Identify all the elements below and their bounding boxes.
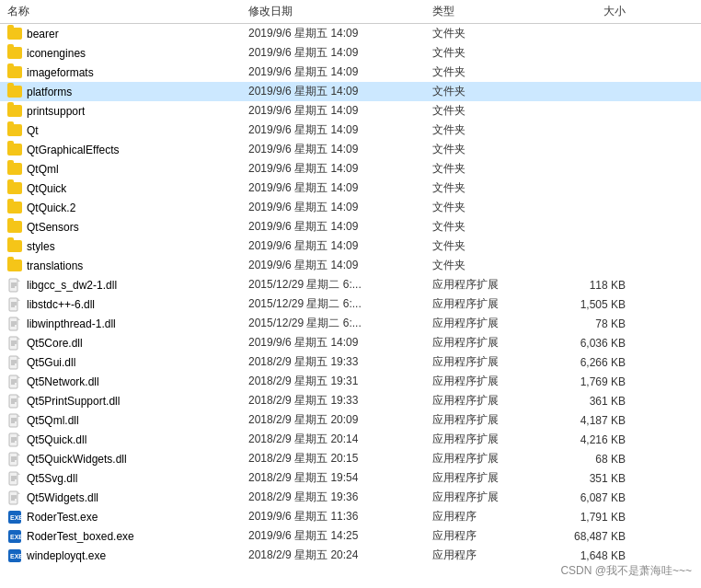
file-name-cell: QtGraphicalEffects	[0, 143, 248, 157]
file-type-cell: 文件夹	[432, 84, 543, 99]
file-date-cell: 2019/9/6 星期五 14:09	[248, 258, 432, 273]
file-name-text: Qt5Gui.dll	[27, 356, 75, 369]
col-type-header[interactable]: 类型	[432, 4, 543, 19]
file-name-text: windeployqt.exe	[27, 549, 106, 562]
file-date-cell: 2018/2/9 星期五 19:36	[248, 490, 432, 505]
file-type-cell: 文件夹	[432, 122, 543, 138]
file-date-cell: 2018/2/9 星期五 19:54	[248, 470, 432, 486]
file-date-cell: 2018/2/9 星期五 19:33	[248, 354, 432, 370]
col-date-header[interactable]: 修改日期	[248, 4, 432, 19]
file-rows-container: bearer2019/9/6 星期五 14:09文件夹iconengines20…	[0, 24, 701, 565]
table-row[interactable]: Qt5Quick.dll2018/2/9 星期五 20:14应用程序扩展4,21…	[0, 430, 701, 449]
table-row[interactable]: iconengines2019/9/6 星期五 14:09文件夹	[0, 43, 701, 63]
file-name-text: bearer	[27, 28, 59, 40]
svg-marker-31	[17, 395, 20, 398]
table-row[interactable]: QtSensors2019/9/6 星期五 14:09文件夹	[0, 217, 701, 236]
svg-marker-36	[17, 414, 20, 417]
file-name-text: Qt5Core.dll	[27, 337, 83, 350]
file-size-cell: 68 KB	[543, 453, 635, 466]
exe-icon: EXE	[7, 548, 22, 563]
file-type-cell: 应用程序扩展	[432, 432, 543, 447]
file-name-cell: libgcc_s_dw2-1.dll	[0, 278, 248, 293]
dll-icon	[7, 413, 22, 428]
table-row[interactable]: EXE windeployqt.exe2018/2/9 星期五 20:24应用程…	[0, 546, 701, 565]
file-type-cell: 文件夹	[432, 258, 543, 273]
file-type-cell: 应用程序扩展	[432, 316, 543, 331]
file-name-text: Qt5Network.dll	[27, 375, 99, 388]
file-size-cell: 351 KB	[543, 472, 635, 485]
svg-marker-21	[17, 356, 20, 359]
table-row[interactable]: printsupport2019/9/6 星期五 14:09文件夹	[0, 101, 701, 121]
table-row[interactable]: EXE RoderTest.exe2019/9/6 星期五 11:36应用程序1…	[0, 507, 701, 526]
table-row[interactable]: Qt5QuickWidgets.dll2018/2/9 星期五 20:15应用程…	[0, 449, 701, 468]
table-row[interactable]: Qt5Core.dll2019/9/6 星期五 14:09应用程序扩展6,036…	[0, 333, 701, 352]
file-name-text: Qt5Svg.dll	[27, 472, 77, 485]
table-row[interactable]: QtQuick2019/9/6 星期五 14:09文件夹	[0, 179, 701, 198]
folder-icon	[7, 201, 22, 215]
table-row[interactable]: Qt2019/9/6 星期五 14:09文件夹	[0, 121, 701, 140]
table-row[interactable]: Qt5Network.dll2018/2/9 星期五 19:31应用程序扩展1,…	[0, 372, 701, 391]
file-date-cell: 2019/9/6 星期五 14:09	[248, 84, 432, 99]
file-type-cell: 应用程序扩展	[432, 451, 543, 467]
file-type-cell: 文件夹	[432, 64, 543, 80]
table-row[interactable]: platforms2019/9/6 星期五 14:09文件夹	[0, 82, 701, 101]
table-row[interactable]: QtQml2019/9/6 星期五 14:09文件夹	[0, 159, 701, 179]
file-date-cell: 2018/2/9 星期五 20:09	[248, 412, 432, 428]
file-date-cell: 2015/12/29 星期二 6:...	[248, 316, 432, 331]
table-row[interactable]: libwinpthread-1.dll2015/12/29 星期二 6:...应…	[0, 314, 701, 333]
table-row[interactable]: Qt5Widgets.dll2018/2/9 星期五 19:36应用程序扩展6,…	[0, 488, 701, 507]
dll-icon	[7, 317, 22, 331]
file-date-cell: 2019/9/6 星期五 14:09	[248, 161, 432, 177]
file-list: 名称 修改日期 类型 大小 bearer2019/9/6 星期五 14:09文件…	[0, 0, 701, 565]
file-name-text: libstdc++-6.dll	[27, 298, 95, 311]
file-date-cell: 2018/2/9 星期五 20:14	[248, 432, 432, 447]
file-type-cell: 文件夹	[432, 219, 543, 235]
col-name-header[interactable]: 名称	[0, 4, 248, 19]
file-name-cell: Qt5Gui.dll	[0, 355, 248, 370]
file-date-cell: 2018/2/9 星期五 19:31	[248, 374, 432, 389]
file-name-cell: styles	[0, 239, 248, 254]
file-date-cell: 2019/9/6 星期五 14:09	[248, 103, 432, 119]
file-date-cell: 2019/9/6 星期五 14:09	[248, 142, 432, 157]
file-date-cell: 2019/9/6 星期五 14:09	[248, 238, 432, 254]
dll-icon	[7, 336, 22, 351]
table-row[interactable]: QtGraphicalEffects2019/9/6 星期五 14:09文件夹	[0, 140, 701, 159]
file-name-text: styles	[27, 240, 55, 253]
file-date-cell: 2019/9/6 星期五 14:09	[248, 200, 432, 215]
table-row[interactable]: styles2019/9/6 星期五 14:09文件夹	[0, 236, 701, 256]
table-row[interactable]: imageformats2019/9/6 星期五 14:09文件夹	[0, 63, 701, 82]
file-name-cell: imageformats	[0, 65, 248, 80]
file-type-cell: 文件夹	[432, 161, 543, 177]
table-row[interactable]: Qt5Gui.dll2018/2/9 星期五 19:33应用程序扩展6,266 …	[0, 352, 701, 372]
col-size-header[interactable]: 大小	[543, 4, 635, 19]
svg-marker-26	[17, 375, 20, 378]
file-type-cell: 应用程序	[432, 509, 543, 525]
file-size-cell: 78 KB	[543, 317, 635, 330]
table-row[interactable]: libstdc++-6.dll2015/12/29 星期二 6:...应用程序扩…	[0, 294, 701, 314]
table-row[interactable]: QtQuick.22019/9/6 星期五 14:09文件夹	[0, 198, 701, 217]
folder-icon	[7, 46, 22, 61]
file-name-text: Qt5Qml.dll	[27, 414, 79, 427]
file-size-cell: 6,266 KB	[543, 356, 635, 369]
table-row[interactable]: libgcc_s_dw2-1.dll2015/12/29 星期二 6:...应用…	[0, 275, 701, 294]
svg-marker-46	[17, 453, 20, 455]
folder-icon	[7, 104, 22, 119]
file-name-cell: EXE windeployqt.exe	[0, 548, 248, 563]
file-size-cell: 6,036 KB	[543, 337, 635, 350]
table-row[interactable]: EXE RoderTest_boxed.exe2019/9/6 星期五 14:2…	[0, 526, 701, 546]
file-date-cell: 2019/9/6 星期五 14:25	[248, 528, 432, 544]
file-date-cell: 2018/2/9 星期五 19:33	[248, 393, 432, 409]
file-name-cell: Qt5Widgets.dll	[0, 490, 248, 505]
table-row[interactable]: Qt5Svg.dll2018/2/9 星期五 19:54应用程序扩展351 KB	[0, 468, 701, 488]
table-row[interactable]: Qt5Qml.dll2018/2/9 星期五 20:09应用程序扩展4,187 …	[0, 410, 701, 430]
table-row[interactable]: translations2019/9/6 星期五 14:09文件夹	[0, 256, 701, 275]
folder-icon	[7, 143, 22, 157]
folder-icon	[7, 181, 22, 196]
folder-icon	[7, 259, 22, 273]
exe-icon: EXE	[7, 529, 22, 544]
table-row[interactable]: Qt5PrintSupport.dll2018/2/9 星期五 19:33应用程…	[0, 391, 701, 410]
svg-marker-1	[17, 279, 20, 282]
file-type-cell: 文件夹	[432, 142, 543, 157]
file-name-text: printsupport	[27, 105, 85, 118]
table-row[interactable]: bearer2019/9/6 星期五 14:09文件夹	[0, 24, 701, 43]
